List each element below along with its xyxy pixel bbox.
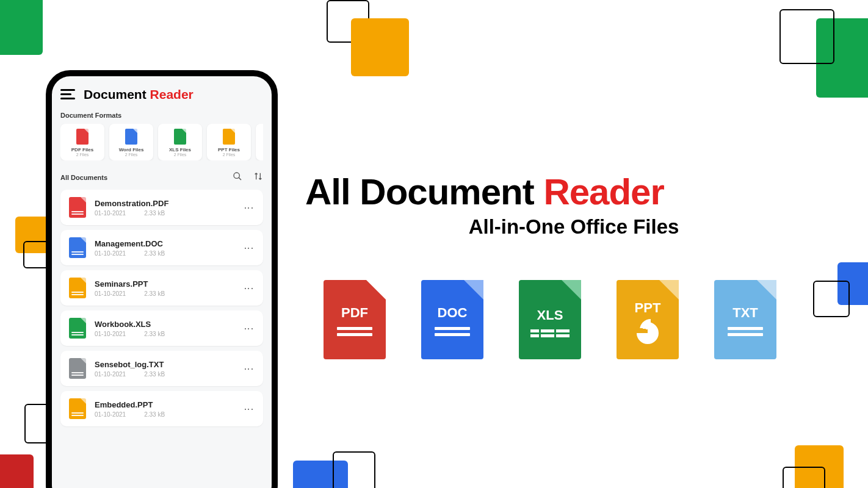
more-icon[interactable]: ⋮ (243, 364, 255, 373)
more-icon[interactable]: ⋮ (243, 284, 255, 292)
file-name: Management.DOC (95, 239, 243, 248)
file-icon (223, 129, 235, 145)
file-name: Demonstration.PDF (95, 199, 243, 208)
file-icon (69, 358, 86, 379)
promo-panel: All Document Reader All-in-One Office Fi… (305, 171, 842, 359)
document-row[interactable]: Demonstration.PDF01-10-20212.33 kB⋮ (60, 190, 263, 225)
row-content: Sensebot_log.TXT01-10-20212.33 kB (95, 360, 243, 378)
file-name: Seminars.PPT (95, 279, 243, 289)
app-title-part1: Document (84, 87, 146, 101)
decor-square (783, 467, 825, 488)
file-meta: 01-10-20212.33 kB (95, 210, 243, 217)
file-icon (125, 129, 137, 145)
file-icon (69, 398, 86, 419)
file-name: Embedded.PPT (95, 400, 243, 409)
more-icon[interactable]: ⋮ (243, 243, 255, 252)
document-row[interactable]: Management.DOC01-10-20212.33 kB⋮ (60, 230, 263, 265)
document-row[interactable]: Sensebot_log.TXT01-10-20212.33 kB⋮ (60, 351, 263, 386)
all-docs-header: All Documents (60, 171, 263, 184)
format-label: PDF (341, 305, 368, 321)
file-name: Sensebot_log.TXT (95, 360, 243, 369)
file-meta: 01-10-20212.33 kB (95, 290, 243, 297)
format-count: 2 Files (76, 152, 89, 157)
promo-subtitle: All-in-One Office Files (305, 215, 842, 239)
phone-mockup: Document Reader Document Formats PDF Fil… (46, 70, 278, 488)
row-content: Embedded.PPT01-10-20212.33 kB (95, 400, 243, 418)
promo-title-part1: All Document (305, 171, 534, 212)
search-icon[interactable] (233, 171, 242, 184)
all-docs-label: All Documents (60, 174, 107, 181)
format-label: PPT (635, 300, 661, 316)
file-name: Workbook.XLS (95, 320, 243, 329)
decor-square (333, 451, 375, 488)
decor-square (0, 454, 34, 488)
file-icon (174, 129, 186, 145)
format-card[interactable]: PPT Files2 Files (207, 124, 251, 160)
format-label: XLS (537, 307, 563, 323)
format-icon-pdf: PDF (324, 280, 386, 359)
svg-point-0 (234, 173, 239, 178)
promo-title: All Document Reader (305, 171, 842, 213)
formats-label: Document Formats (60, 112, 263, 119)
decor-square (351, 18, 409, 76)
file-meta: 01-10-20212.33 kB (95, 250, 243, 257)
format-card[interactable]: XLS Files2 Files (158, 124, 202, 160)
file-icon (76, 129, 89, 145)
row-content: Management.DOC01-10-20212.33 kB (95, 239, 243, 257)
sort-icon[interactable] (253, 171, 263, 184)
file-icon (69, 318, 86, 339)
format-icon-xls: XLS (519, 280, 581, 359)
document-list: Demonstration.PDF01-10-20212.33 kB⋮Manag… (60, 190, 263, 426)
format-card[interactable]: PDF Files2 Files (60, 124, 104, 160)
document-row[interactable]: Embedded.PPT01-10-20212.33 kB⋮ (60, 391, 263, 426)
format-count: 2 Files (174, 152, 187, 157)
file-icon (69, 197, 86, 218)
app-title: Document Reader (84, 87, 193, 102)
app-header: Document Reader (60, 87, 263, 102)
document-row[interactable]: Seminars.PPT01-10-20212.33 kB⋮ (60, 270, 263, 306)
format-name: PPT Files (218, 147, 240, 152)
format-name: PDF Files (71, 147, 93, 152)
menu-icon[interactable] (60, 89, 75, 100)
file-icon (69, 278, 86, 298)
row-content: Workbook.XLS01-10-20212.33 kB (95, 320, 243, 337)
document-row[interactable]: Workbook.XLS01-10-20212.33 kB⋮ (60, 310, 263, 346)
promo-title-part2: Reader (543, 171, 664, 212)
more-icon[interactable]: ⋮ (243, 404, 255, 413)
format-icon-ppt: PPT (617, 280, 679, 359)
format-card[interactable]: Word Files2 Files (109, 124, 153, 160)
format-card[interactable]: TXT1 (256, 124, 263, 160)
decor-square (779, 9, 834, 64)
file-icon (69, 237, 86, 258)
format-count: 2 Files (125, 152, 138, 157)
more-icon[interactable]: ⋮ (243, 203, 255, 212)
more-icon[interactable]: ⋮ (243, 324, 255, 332)
format-icon-txt: TXT (714, 280, 776, 359)
format-icons-row: PDFDOCXLSPPTTXT (305, 280, 842, 359)
format-name: XLS Files (169, 147, 191, 152)
format-icon-doc: DOC (421, 280, 483, 359)
format-label: DOC (438, 305, 468, 321)
svg-line-1 (239, 178, 241, 180)
format-name: Word Files (119, 147, 144, 152)
row-content: Seminars.PPT01-10-20212.33 kB (95, 279, 243, 297)
decor-square (0, 0, 43, 55)
file-meta: 01-10-20212.33 kB (95, 371, 243, 378)
formats-row[interactable]: PDF Files2 FilesWord Files2 FilesXLS Fil… (60, 124, 263, 160)
format-label: TXT (732, 305, 758, 321)
file-meta: 01-10-20212.33 kB (95, 331, 243, 337)
row-content: Demonstration.PDF01-10-20212.33 kB (95, 199, 243, 217)
app-title-part2: Reader (150, 87, 193, 101)
file-meta: 01-10-20212.33 kB (95, 411, 243, 418)
format-count: 2 Files (223, 152, 236, 157)
